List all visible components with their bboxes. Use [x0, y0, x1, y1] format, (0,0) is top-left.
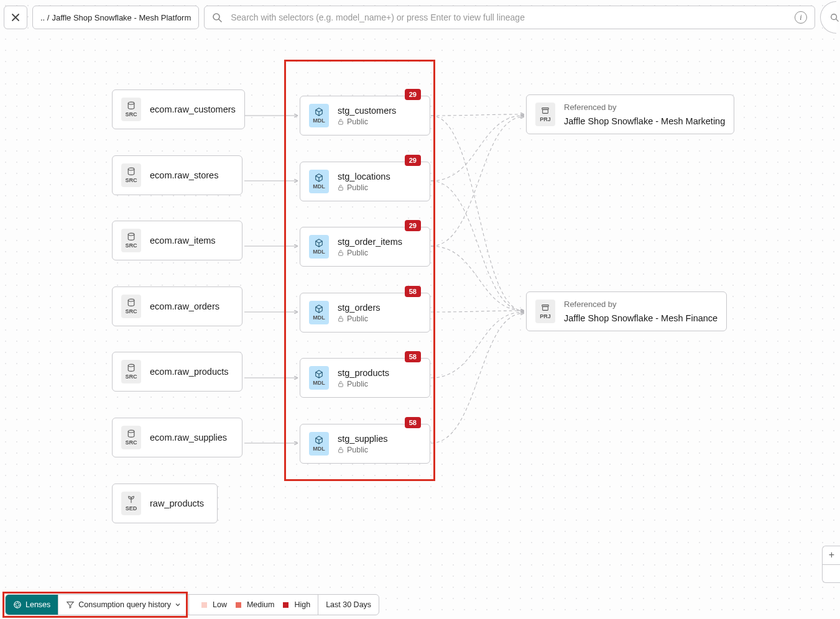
svg-point-2 [128, 102, 134, 104]
model-node-stg-supplies[interactable]: 58 MDL stg_supplies Public [300, 424, 430, 464]
svg-rect-15 [543, 109, 548, 113]
lock-open-icon [338, 316, 344, 322]
legend-swatch-high [283, 602, 288, 608]
model-node-stg-orders[interactable]: 58 MDL stg_orders Public [300, 293, 430, 332]
reference-node-finance[interactable]: PRJ Referenced by Jaffle Shop Snowflake … [526, 291, 727, 331]
top-bar: .. / Jaffle Shop Snowflake - Mesh Platfo… [0, 2, 840, 32]
chevron-down-icon [175, 602, 181, 608]
svg-point-18 [14, 602, 21, 608]
source-node-raw-customers[interactable]: SRC ecom.raw_customers [112, 89, 245, 129]
breadcrumb[interactable]: .. / Jaffle Shop Snowflake - Mesh Platfo… [32, 6, 199, 29]
zoom-controls[interactable]: + [822, 546, 840, 583]
cube-icon [315, 436, 323, 444]
zoom-out-button[interactable] [823, 565, 840, 583]
svg-point-4 [128, 233, 134, 236]
database-icon [127, 429, 136, 438]
svg-rect-8 [339, 121, 343, 124]
project-icon: PRJ [535, 103, 555, 126]
svg-rect-13 [339, 449, 343, 452]
search-bar[interactable]: i [204, 6, 815, 29]
lock-open-icon [338, 250, 344, 256]
source-node-raw-products[interactable]: SRC ecom.raw_products [112, 352, 242, 392]
zoom-in-button[interactable]: + [823, 546, 840, 565]
breadcrumb-current: Jaffle Shop Snowflake - Mesh Platform [52, 13, 191, 22]
lock-open-icon [338, 119, 344, 125]
model-node-stg-customers[interactable]: 29 MDL stg_customers Public [300, 96, 430, 135]
breadcrumb-prefix: .. / [40, 13, 49, 22]
model-node-stg-order-items[interactable]: 29 MDL stg_order_items Public [300, 227, 430, 267]
model-icon: MDL [309, 235, 329, 259]
node-title: ecom.raw_stores [150, 170, 218, 180]
node-title: stg_order_items [338, 237, 402, 247]
usage-badge: 29 [405, 89, 421, 100]
model-icon: MDL [309, 366, 329, 390]
reference-node-marketing[interactable]: PRJ Referenced by Jaffle Shop Snowflake … [526, 94, 734, 134]
model-icon: MDL [309, 104, 329, 127]
node-title: ecom.raw_supplies [150, 433, 227, 442]
lock-open-icon [338, 381, 344, 387]
node-title: stg_customers [338, 106, 396, 116]
close-button[interactable] [4, 6, 27, 29]
node-access: Public [338, 117, 396, 126]
legend-swatch-low [201, 602, 207, 608]
lens-selector[interactable]: Consumption query history [58, 595, 189, 615]
seed-icon: SED [121, 492, 141, 515]
lenses-button[interactable]: Lenses [6, 595, 58, 615]
search-icon [212, 12, 222, 22]
source-icon: SRC [121, 295, 141, 318]
seed-node-raw-products[interactable]: SED raw_products [112, 484, 218, 523]
node-title: ecom.raw_customers [150, 104, 236, 114]
node-title: stg_products [338, 368, 389, 378]
cube-icon [315, 305, 323, 313]
svg-point-7 [128, 430, 134, 433]
source-node-raw-stores[interactable]: SRC ecom.raw_stores [112, 155, 242, 195]
project-icon: PRJ [535, 300, 555, 323]
node-title: stg_supplies [338, 434, 388, 444]
cube-icon [315, 239, 323, 247]
database-icon [127, 364, 136, 372]
lens-range-selector[interactable]: Last 30 Days [318, 595, 379, 615]
source-icon: SRC [121, 426, 141, 449]
model-node-stg-locations[interactable]: 29 MDL stg_locations Public [300, 162, 430, 201]
usage-badge: 58 [405, 351, 421, 362]
database-icon [127, 167, 136, 176]
usage-badge: 29 [405, 220, 421, 231]
lock-open-icon [338, 447, 344, 453]
lenses-toolbar: Lenses Consumption query history Low Med… [5, 594, 379, 615]
filter-icon [66, 600, 75, 609]
source-icon: SRC [121, 98, 141, 121]
node-title: ecom.raw_products [150, 367, 229, 377]
node-access: Public [338, 380, 389, 388]
archive-icon [541, 303, 550, 312]
node-title: stg_locations [338, 172, 390, 181]
source-node-raw-orders[interactable]: SRC ecom.raw_orders [112, 287, 242, 326]
node-title: ecom.raw_orders [150, 301, 219, 311]
svg-point-3 [128, 168, 134, 170]
usage-badge: 58 [405, 286, 421, 297]
source-node-raw-supplies[interactable]: SRC ecom.raw_supplies [112, 418, 242, 457]
svg-rect-10 [339, 252, 343, 255]
source-node-raw-items[interactable]: SRC ecom.raw_items [112, 221, 242, 260]
database-icon [127, 298, 136, 307]
reference-label: Referenced by [564, 103, 725, 112]
svg-rect-17 [543, 306, 548, 310]
search-input[interactable] [229, 12, 787, 23]
lineage-canvas[interactable]: SRC ecom.raw_customers SRC ecom.raw_stor… [0, 36, 840, 619]
database-icon [127, 101, 136, 110]
source-icon: SRC [121, 163, 141, 187]
node-title: stg_orders [338, 303, 381, 313]
svg-rect-9 [339, 187, 343, 190]
model-node-stg-products[interactable]: 58 MDL stg_products Public [300, 358, 430, 398]
lock-open-icon [338, 185, 344, 191]
usage-badge: 58 [405, 417, 421, 428]
search-icon [830, 13, 839, 22]
right-drawer-toggle[interactable] [820, 1, 836, 34]
database-icon [127, 232, 136, 241]
info-icon[interactable]: i [795, 11, 807, 24]
node-access: Public [338, 446, 388, 454]
svg-point-5 [128, 299, 134, 301]
cube-icon [315, 173, 323, 182]
model-icon: MDL [309, 170, 329, 193]
legend-swatch-medium [236, 602, 241, 608]
reference-title: Jaffle Shop Snowflake - Mesh Marketing [564, 116, 725, 126]
